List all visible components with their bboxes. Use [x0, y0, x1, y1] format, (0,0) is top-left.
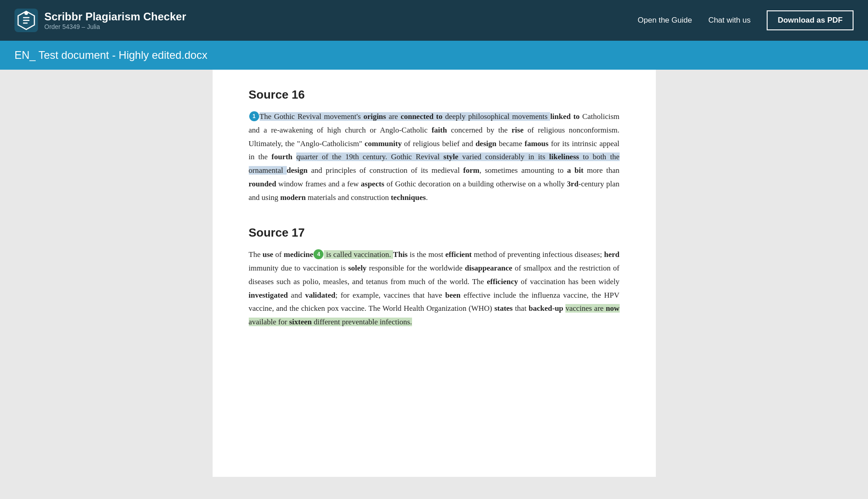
text-community: community	[365, 139, 402, 148]
text-origins: origins	[363, 112, 386, 121]
text-vaccines-now: vaccines are	[565, 304, 606, 313]
doc-title-bar: EN_ Test document - Highly edited.docx	[0, 41, 868, 70]
header-nav: Open the Guide Chat with us Download as …	[638, 10, 854, 30]
source-17-section: Source 17 The use of medicine4 is called…	[249, 226, 620, 329]
text-gothic-1: The Gothic Revival movement's	[260, 112, 364, 121]
text-quarter: quarter of the 19th century. Gothic Revi…	[296, 152, 443, 161]
text-efficiency: efficiency	[487, 277, 518, 286]
text-faith: faith	[432, 126, 447, 134]
source-16-heading: Source 16	[249, 88, 620, 102]
text-preventable: different preventable infections.	[312, 318, 412, 326]
text-linked-to: linked to	[550, 112, 579, 121]
doc-title: EN_ Test document - Highly edited.docx	[14, 49, 207, 61]
text-solely: solely	[348, 264, 367, 272]
text-a-bit: a bit	[567, 166, 583, 175]
document-wrapper: Source 16 1The Gothic Revival movement's…	[213, 70, 656, 477]
text-backed-up: backed-up	[529, 304, 564, 313]
text-famous: famous	[525, 139, 549, 148]
text-techniques: techniques	[391, 193, 426, 202]
text-connected-to: connected to	[401, 112, 443, 121]
text-likeliness: likeliness	[549, 152, 579, 161]
text-states: states	[494, 304, 513, 313]
text-3rd: 3rd	[567, 180, 579, 188]
text-design-2: design	[287, 166, 308, 175]
text-validated: validated	[305, 291, 335, 299]
header-title-area: Scribbr Plagiarism Checker Order 54349 –…	[44, 10, 186, 30]
text-now: now	[606, 304, 619, 313]
svg-point-1	[24, 11, 28, 15]
logo-area: Scribbr Plagiarism Checker Order 54349 –…	[14, 9, 638, 32]
text-use: use	[262, 250, 273, 259]
content-area: Source 16 1The Gothic Revival movement's…	[0, 70, 868, 499]
app-title: Scribbr Plagiarism Checker	[44, 10, 186, 23]
text-investigated: investigated	[249, 291, 288, 299]
text-style: style	[443, 152, 458, 161]
badge-4: 4	[313, 249, 323, 259]
download-pdf-button[interactable]: Download as PDF	[767, 10, 854, 30]
open-guide-link[interactable]: Open the Guide	[638, 16, 692, 25]
text-design-1: design	[475, 139, 496, 148]
source-16-paragraph: 1The Gothic Revival movement's origins a…	[249, 110, 620, 204]
text-rounded: rounded	[249, 180, 276, 188]
text-disappearance: disappearance	[465, 264, 512, 272]
text-herd: herd	[604, 250, 620, 259]
text-been: been	[445, 291, 460, 299]
text-rise: rise	[512, 126, 523, 134]
text-are: are	[386, 112, 400, 121]
source-17-paragraph: The use of medicine4 is called vaccinati…	[249, 248, 620, 329]
text-medicine: medicine	[284, 250, 313, 259]
text-called-vaccination: is called vaccination.	[324, 250, 393, 259]
text-this: This	[393, 250, 408, 259]
chat-with-us-link[interactable]: Chat with us	[708, 16, 751, 25]
badge-1: 1	[249, 111, 259, 121]
text-modern: modern	[280, 193, 306, 202]
text-form: form	[463, 166, 479, 175]
text-efficient: efficient	[446, 250, 472, 259]
text-fourth: fourth	[271, 152, 292, 161]
order-subtitle: Order 54349 – Julia	[44, 23, 186, 30]
text-sixteen: sixteen	[289, 318, 312, 326]
source-17-heading: Source 17	[249, 226, 620, 240]
scribbr-logo-icon	[14, 9, 38, 32]
app-header: Scribbr Plagiarism Checker Order 54349 –…	[0, 0, 868, 41]
text-deeply: deeply philosophical movements	[442, 112, 550, 121]
text-aspects: aspects	[361, 180, 384, 188]
text-varied: varied considerably in its	[458, 152, 549, 161]
text-available-for: available for	[249, 318, 289, 326]
source-16-section: Source 16 1The Gothic Revival movement's…	[249, 88, 620, 204]
